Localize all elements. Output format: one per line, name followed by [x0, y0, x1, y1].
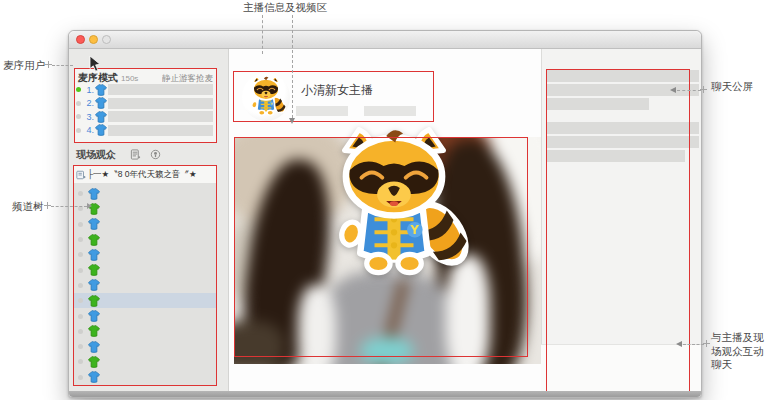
chat-message-placeholder [546, 98, 649, 110]
member-list-icon[interactable] [130, 149, 141, 160]
leader-line [51, 206, 87, 207]
channel-tree-header[interactable]: ├一★〝8 0年代天籁之音〞★ [74, 166, 216, 183]
channel-user-row[interactable] [74, 262, 216, 277]
anchor-info-placeholder [364, 106, 416, 116]
channel-name: ├一★〝8 0年代天籁之音〞★ [87, 169, 197, 181]
arrow-left-icon [676, 341, 682, 347]
channel-user-list [74, 186, 216, 385]
window-content: 麦序模式 150s 静止游客抢麦 1. 2. 3. 4. 现场观众 [69, 49, 701, 393]
blue-shirt-user-icon [95, 124, 107, 136]
yy-raccoon-avatar-icon [245, 76, 287, 118]
blue-shirt-user-icon [88, 188, 100, 200]
mic-queue-row[interactable]: 2. [75, 97, 216, 111]
status-dot [78, 252, 83, 257]
status-dot [78, 268, 83, 273]
chat-message-placeholder [546, 136, 699, 148]
status-dot [78, 314, 83, 319]
mic-queue-row[interactable]: 1. [75, 83, 216, 97]
status-dot [78, 283, 83, 288]
leader-tick [45, 61, 52, 68]
app-window: 麦序模式 150s 静止游客抢麦 1. 2. 3. 4. 现场观众 [68, 30, 702, 398]
annotation-interact-chat: 与主播及现 场观众互动 聊天 [711, 331, 767, 372]
mic-queue-row[interactable]: 4. [75, 124, 216, 138]
channel-user-row[interactable] [74, 278, 216, 293]
channel-user-row[interactable] [74, 247, 216, 262]
channel-user-row[interactable] [74, 339, 216, 354]
status-dot [78, 191, 83, 196]
annotation-chat-screen: 聊天公屏 [711, 80, 753, 94]
mic-queue-list: 1. 2. 3. 4. [75, 83, 216, 137]
green-shirt-user-icon [88, 325, 100, 337]
arrow-down-icon [289, 118, 295, 124]
annotation-line: 与主播及现 [711, 331, 767, 345]
username-placeholder [108, 84, 213, 95]
anchor-avatar [242, 73, 290, 121]
arrow-left-icon [670, 87, 676, 93]
status-dot [78, 298, 83, 303]
channel-user-row[interactable] [74, 354, 216, 369]
annotation-line: 场观众互动 [711, 345, 767, 359]
chat-input-area[interactable] [541, 344, 701, 393]
zoom-button[interactable] [102, 35, 111, 44]
mic-queue-panel: 麦序模式 150s 静止游客抢麦 1. 2. 3. 4. [74, 68, 217, 143]
green-shirt-user-icon [88, 264, 100, 276]
username-placeholder [108, 98, 213, 109]
leader-line [292, 15, 293, 118]
queue-number: 1. [81, 85, 94, 95]
yy-raccoon-mascot [309, 127, 479, 283]
green-shirt-user-icon [88, 356, 100, 368]
mic-queue-row[interactable]: 3. [75, 110, 216, 124]
window-titlebar[interactable] [69, 31, 701, 49]
channel-icon [76, 170, 86, 180]
leader-tick [44, 202, 51, 209]
leader-line [683, 344, 704, 345]
leader-line [52, 65, 73, 66]
channel-user-row[interactable] [74, 186, 216, 201]
audience-label: 现场观众 [76, 148, 116, 162]
location-icon[interactable] [150, 149, 161, 160]
status-dot [78, 206, 83, 211]
green-shirt-user-icon [88, 295, 100, 307]
channel-user-row[interactable] [74, 217, 216, 232]
channel-user-row[interactable] [74, 308, 216, 323]
annotation-mic-users: 麦序用户 [3, 59, 45, 73]
mic-guest-note: 静止游客抢麦 [162, 73, 213, 85]
minimize-button[interactable] [89, 35, 98, 44]
leader-tick [703, 340, 710, 347]
queue-number: 3. [81, 112, 94, 122]
channel-user-row[interactable] [74, 201, 216, 216]
queue-number: 2. [81, 98, 94, 108]
close-button[interactable] [76, 35, 85, 44]
status-dot [78, 359, 83, 364]
chat-message-placeholder [546, 122, 699, 134]
chat-message-placeholder [546, 70, 699, 82]
username-placeholder [108, 125, 213, 136]
username-placeholder [108, 111, 213, 122]
queue-number: 4. [81, 125, 94, 135]
blue-shirt-user-icon [88, 249, 100, 261]
annotated-screenshot-page: Y [0, 0, 767, 400]
status-dot [78, 344, 83, 349]
blue-shirt-user-icon [95, 84, 107, 96]
anchor-name: 小清新女主播 [301, 82, 373, 99]
mouse-cursor-icon [89, 56, 101, 72]
channel-user-row[interactable] [74, 232, 216, 247]
chat-message-placeholder [546, 150, 685, 162]
leader-tick [700, 86, 707, 93]
blue-shirt-user-icon [88, 218, 100, 230]
blue-shirt-user-icon [95, 111, 107, 123]
status-dot [78, 375, 83, 380]
channel-tree-panel: ├一★〝8 0年代天籁之音〞★ [73, 165, 217, 386]
arrow-right-icon [87, 203, 92, 209]
channel-user-row[interactable] [74, 324, 216, 339]
channel-user-row[interactable] [74, 293, 216, 308]
window-bottom-edge [69, 391, 701, 397]
leader-line [262, 15, 263, 54]
sidebar: 麦序模式 150s 静止游客抢麦 1. 2. 3. 4. 现场观众 [69, 49, 229, 393]
blue-shirt-user-icon [88, 341, 100, 353]
anchor-info-placeholder [296, 106, 348, 116]
blue-shirt-user-icon [88, 279, 100, 291]
channel-user-row[interactable] [74, 370, 216, 385]
green-shirt-user-icon [88, 234, 100, 246]
leader-line [677, 90, 701, 91]
